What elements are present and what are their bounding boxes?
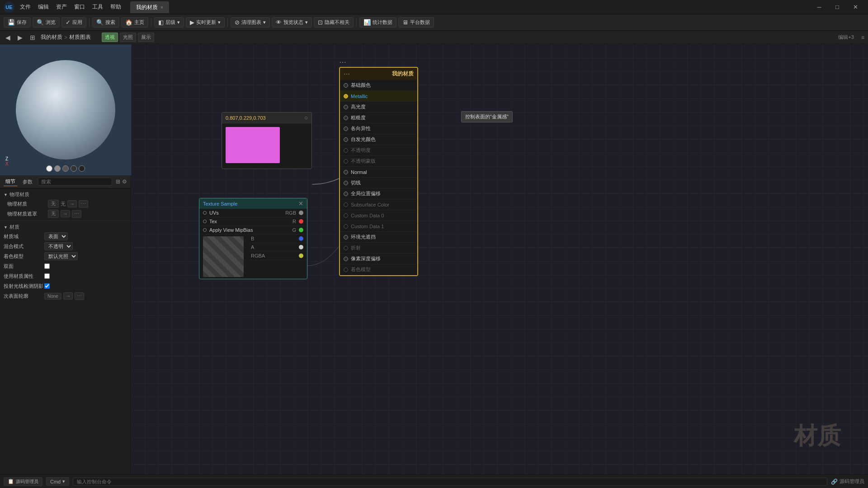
tex-uvs-dot-left[interactable] bbox=[203, 211, 207, 215]
list-icon[interactable]: ≡ bbox=[861, 34, 864, 41]
maximize-btn[interactable]: □ bbox=[828, 0, 846, 14]
mat-dot-subsurface[interactable] bbox=[344, 202, 348, 207]
sub-surface-row: 次表面轮廓 None → ⋯ bbox=[0, 291, 131, 301]
vp-dot-3[interactable] bbox=[62, 165, 69, 172]
save-button[interactable]: 💾 保存 bbox=[4, 17, 31, 28]
realtime-button[interactable]: ▶ 实时更新 ▾ bbox=[186, 17, 225, 28]
detail-tab-params[interactable]: 参数 bbox=[21, 178, 34, 186]
cast-ray-checkbox[interactable] bbox=[44, 283, 50, 289]
cmd-button[interactable]: Cmd ▾ bbox=[46, 477, 69, 486]
search-button[interactable]: 🔍 搜索 bbox=[92, 17, 119, 28]
detail-tab-details[interactable]: 细节 bbox=[4, 177, 17, 186]
grid-button[interactable]: ⊞ bbox=[28, 33, 37, 42]
breadcrumb-root[interactable]: 我的材质 bbox=[41, 33, 62, 41]
color-swatch[interactable] bbox=[226, 127, 280, 163]
home-button[interactable]: 🏠 主页 bbox=[121, 17, 148, 28]
phys-ov-nav-icon[interactable]: → bbox=[61, 210, 70, 217]
mat-dot-shading-model[interactable] bbox=[344, 267, 348, 272]
preview-button[interactable]: 👁 预览状态 ▾ bbox=[272, 17, 312, 28]
clear-button[interactable]: ⊘ 清理图表 ▾ bbox=[231, 17, 270, 28]
mat-dot-refraction[interactable] bbox=[344, 246, 348, 250]
canvas-area[interactable]: ⋯ 0.807,0.229,0.703 ○ Texture Sample ✕ U… bbox=[131, 44, 868, 474]
view-display-btn[interactable]: 展示 bbox=[138, 33, 154, 42]
menu-file[interactable]: 文件 bbox=[20, 3, 31, 11]
mat-dot-custom-data-1[interactable] bbox=[344, 224, 348, 229]
phys-ov-dots-icon[interactable]: ⋯ bbox=[72, 210, 81, 218]
phys-material-override-none[interactable]: 无 bbox=[48, 210, 59, 218]
menu-tool[interactable]: 工具 bbox=[92, 3, 103, 11]
tex-uvs-dot-right[interactable] bbox=[299, 211, 303, 215]
sub-surface-label: 次表面轮廓 bbox=[4, 293, 44, 300]
sub-surface-none[interactable]: None bbox=[44, 293, 61, 300]
detail-settings-icon[interactable]: ⚙ bbox=[122, 178, 127, 185]
tex-mipbias-dot-left[interactable] bbox=[203, 228, 207, 232]
menu-help[interactable]: 帮助 bbox=[110, 3, 121, 11]
log-label: 源码管理员 bbox=[16, 479, 38, 485]
phys-material-none[interactable]: 无 bbox=[48, 200, 59, 208]
forward-button[interactable]: ▶ bbox=[16, 33, 24, 42]
detail-grid-icon[interactable]: ⊞ bbox=[116, 178, 120, 185]
tex-a-dot-right[interactable] bbox=[299, 245, 303, 249]
back-button[interactable]: ◀ bbox=[4, 33, 12, 42]
mat-row-tangent: 切线 bbox=[340, 178, 417, 188]
hide-button[interactable]: ⊡ 隐藏不相关 bbox=[314, 17, 354, 28]
menu-asset[interactable]: 资产 bbox=[56, 3, 67, 11]
sub-dots-icon[interactable]: ⋯ bbox=[75, 292, 84, 300]
twosided-checkbox[interactable] bbox=[44, 263, 50, 269]
vp-dot-4[interactable] bbox=[71, 165, 77, 172]
tex-tex-dot-left[interactable] bbox=[203, 220, 207, 223]
mat-dot-opacity[interactable] bbox=[344, 148, 348, 153]
mat-dot-roughness[interactable] bbox=[344, 116, 348, 120]
menu-window[interactable]: 窗口 bbox=[74, 3, 85, 11]
mat-dot-normal[interactable] bbox=[344, 170, 348, 174]
tex-b-dot-right[interactable] bbox=[299, 236, 303, 241]
mat-node-grid-icon[interactable]: ⋯ bbox=[339, 58, 346, 66]
mat-dot-metallic[interactable] bbox=[344, 94, 348, 99]
mat-domain-select[interactable]: 表面 bbox=[44, 232, 68, 240]
sub-nav-icon[interactable]: → bbox=[63, 292, 73, 300]
section-physics-header[interactable]: ▼ 物理材质 bbox=[4, 190, 127, 199]
color-node-eye-btn[interactable]: ○ bbox=[304, 114, 308, 121]
color-node-title: 0.807,0.229,0.703 bbox=[226, 115, 266, 121]
platform-button[interactable]: 🖥 平台数据 bbox=[398, 17, 434, 28]
shading-select[interactable]: 默认光照 bbox=[44, 252, 78, 260]
mat-dot-ao[interactable] bbox=[344, 235, 348, 239]
tex-tex-dot-right[interactable] bbox=[299, 219, 303, 224]
mat-dot-tangent[interactable] bbox=[344, 181, 348, 185]
menu-edit[interactable]: 编辑 bbox=[38, 3, 49, 11]
mat-dot-base-color[interactable] bbox=[344, 83, 348, 88]
tab-close-btn[interactable]: × bbox=[160, 5, 163, 10]
stats-button[interactable]: 📊 统计数据 bbox=[359, 17, 396, 28]
mat-dot-emissive[interactable] bbox=[344, 137, 348, 142]
mat-dot-anisotropy[interactable] bbox=[344, 127, 348, 131]
browse-button[interactable]: 🔍 浏览 bbox=[33, 17, 60, 28]
console-input[interactable] bbox=[73, 478, 827, 486]
mat-dot-custom-data-0[interactable] bbox=[344, 213, 348, 218]
use-props-checkbox[interactable] bbox=[44, 273, 50, 279]
detail-search-input[interactable] bbox=[38, 178, 112, 186]
section-material-header[interactable]: ▼ 材质 bbox=[0, 223, 131, 231]
vp-dot-5[interactable] bbox=[79, 165, 85, 172]
tex-mipbias-dot-right[interactable] bbox=[299, 228, 303, 232]
view-perspective-btn[interactable]: 透视 bbox=[102, 33, 118, 42]
mat-dot-pixel-depth[interactable] bbox=[344, 257, 348, 261]
blend-mode-select[interactable]: 不透明 bbox=[44, 242, 73, 250]
layer-button[interactable]: ◧ 层级 ▾ bbox=[154, 17, 184, 28]
vp-dot-1[interactable] bbox=[46, 165, 52, 172]
apply-button[interactable]: ✓ 应用 bbox=[61, 17, 86, 28]
close-btn[interactable]: ✕ bbox=[846, 0, 864, 14]
mat-dot-specular[interactable] bbox=[344, 105, 348, 109]
mat-dot-world-pos[interactable] bbox=[344, 192, 348, 196]
main-tab[interactable]: 我的材质 × bbox=[130, 1, 169, 13]
mat-dot-opacity-mask[interactable] bbox=[344, 159, 348, 164]
tex-mipbias-channel: G bbox=[292, 227, 296, 233]
tex-node-close[interactable]: ✕ bbox=[298, 200, 303, 207]
phys-dots-icon[interactable]: ⋯ bbox=[79, 200, 88, 208]
log-button[interactable]: 📋 源码管理员 bbox=[4, 477, 42, 486]
minimize-btn[interactable]: ─ bbox=[810, 0, 828, 14]
tex-rgba-dot-right[interactable] bbox=[299, 253, 303, 258]
title-bar: UE 文件 编辑 资产 窗口 工具 帮助 我的材质 × ─ □ ✕ bbox=[0, 0, 868, 14]
vp-dot-2[interactable] bbox=[54, 165, 61, 172]
view-lighting-btn[interactable]: 光照 bbox=[120, 33, 136, 42]
phys-nav-icon[interactable]: → bbox=[67, 200, 77, 207]
